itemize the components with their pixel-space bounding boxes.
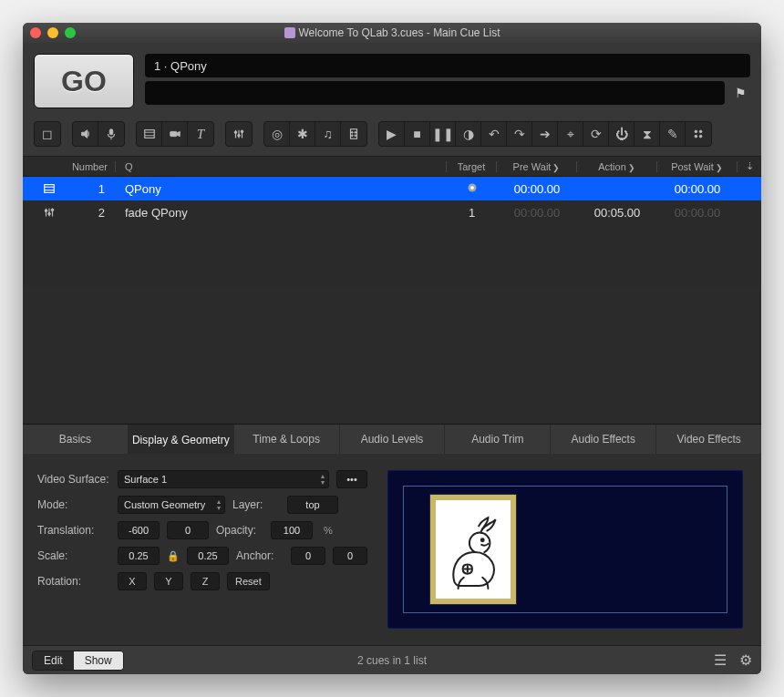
stop-cue-icon[interactable]: ◻ <box>35 122 60 146</box>
svg-rect-1 <box>144 130 154 138</box>
settings-gear-icon[interactable]: ⚙ <box>739 651 752 669</box>
anchor-y-field[interactable]: 0 <box>333 547 367 565</box>
mode-select[interactable]: Custom Geometry▴▾ <box>118 496 225 514</box>
list-view-icon[interactable]: ☰ <box>714 651 727 669</box>
text-cue-icon[interactable]: T <box>188 122 213 146</box>
tab-audio-levels[interactable]: Audio Levels <box>340 425 446 454</box>
svg-point-10 <box>241 130 243 133</box>
standby-cue-label: 1 · QPony <box>145 54 750 77</box>
svg-point-31 <box>481 538 484 541</box>
svg-point-8 <box>234 131 237 134</box>
notes-icon[interactable]: ✎ <box>660 122 686 146</box>
titlebar: Welcome To QLab 3.cues - Main Cue List <box>23 23 761 43</box>
svg-point-18 <box>695 135 697 138</box>
label-translation: Translation: <box>37 524 110 537</box>
cue-postwait: 00:00.00 <box>657 182 738 196</box>
video-surface-select[interactable]: Surface 1▴▾ <box>118 470 329 488</box>
edit-mode-button[interactable]: Edit <box>33 651 74 670</box>
arm-icon[interactable]: ⟳ <box>583 122 609 146</box>
translation-y-field[interactable]: 0 <box>167 521 209 539</box>
reset-button[interactable]: Reset <box>227 572 270 590</box>
zoom-icon[interactable] <box>65 27 76 38</box>
osc-cue-icon[interactable]: ◎ <box>264 122 290 146</box>
video-cue-icon[interactable] <box>137 122 162 146</box>
tab-display-geometry[interactable]: Display & Geometry <box>129 425 234 454</box>
show-mode-button[interactable]: Show <box>74 651 123 670</box>
camera-cue-icon[interactable] <box>162 122 188 146</box>
cue-list[interactable]: 1 QPony 00:00.00 00:00.00 2 fade QPony 1… <box>23 177 761 286</box>
mode-toggle: Edit Show <box>32 651 124 671</box>
tab-video-effects[interactable]: Video Effects <box>656 425 761 454</box>
midi-cue-icon[interactable]: ♫ <box>315 122 341 146</box>
rotation-x-button[interactable]: X <box>118 572 147 590</box>
go-button[interactable]: GO <box>34 54 134 108</box>
label-mode: Mode: <box>37 498 110 511</box>
label-rotation: Rotation: <box>37 575 110 588</box>
video-preview[interactable] <box>387 470 743 629</box>
tab-time-loops[interactable]: Time & Loops <box>234 425 340 454</box>
pause-icon[interactable]: ❚❚ <box>430 122 456 146</box>
tab-audio-trim[interactable]: Audio Trim <box>445 425 551 454</box>
power-icon[interactable]: ⏻ <box>609 122 634 146</box>
wait-icon[interactable]: ⧗ <box>634 122 660 146</box>
tab-basics[interactable]: Basics <box>23 425 129 454</box>
goto-icon[interactable]: ➔ <box>532 122 558 146</box>
label-layer: Layer: <box>232 498 280 511</box>
target-tool-icon[interactable]: ⌖ <box>558 122 583 146</box>
rotation-y-button[interactable]: Y <box>154 572 183 590</box>
speaker-icon[interactable] <box>73 122 98 146</box>
group-icon[interactable] <box>686 122 711 146</box>
scale-y-field[interactable]: 0.25 <box>187 547 229 565</box>
svg-point-30 <box>51 209 54 211</box>
toolbar: ◻ T ◎ ✱ ♫ ▶ ■ ❚❚ ◑ ↶ ↷ ➔ ⌖ ⟳ ⏻ ⧗ <box>23 116 761 157</box>
fade-cue-icon[interactable] <box>226 122 252 146</box>
cue-name: fade QPony <box>116 206 447 220</box>
label-opacity: Opacity: <box>216 524 263 537</box>
cue-row[interactable]: 1 QPony 00:00.00 00:00.00 <box>23 177 761 200</box>
svg-point-28 <box>45 210 47 212</box>
load-icon[interactable]: ◑ <box>456 122 481 146</box>
playhead-icon <box>23 182 37 195</box>
network-cue-icon[interactable]: ✱ <box>290 122 315 146</box>
svg-point-9 <box>238 134 241 137</box>
inspector: Basics Display & Geometry Time & Loops A… <box>23 424 761 645</box>
midi-file-cue-icon[interactable] <box>341 122 366 146</box>
play-icon[interactable]: ▶ <box>379 122 405 146</box>
flag-icon[interactable]: ⚑ <box>730 81 750 105</box>
anchor-x-field[interactable]: 0 <box>291 547 325 565</box>
minimize-icon[interactable] <box>47 27 58 38</box>
col-postwait[interactable]: Post Wait❯ <box>657 161 738 172</box>
col-prewait[interactable]: Pre Wait❯ <box>497 161 577 172</box>
rotation-z-button[interactable]: Z <box>191 572 220 590</box>
reset-fwd-icon[interactable]: ↷ <box>507 122 532 146</box>
cue-row[interactable]: 2 fade QPony 1 00:00.00 00:05.00 00:00.0… <box>23 200 761 224</box>
cue-number: 2 <box>61 206 116 220</box>
col-number[interactable]: Number <box>61 161 116 172</box>
cue-postwait: 00:00.00 <box>657 206 738 220</box>
col-action[interactable]: Action❯ <box>577 161 657 172</box>
cue-list-empty-area[interactable] <box>23 286 761 424</box>
label-surface: Video Surface: <box>37 473 110 486</box>
mic-icon[interactable] <box>98 122 124 146</box>
col-target[interactable]: Target <box>447 161 497 172</box>
tab-audio-effects[interactable]: Audio Effects <box>551 425 656 454</box>
reset-back-icon[interactable]: ↶ <box>481 122 507 146</box>
preview-content[interactable] <box>430 495 516 604</box>
lock-aspect-icon[interactable]: 🔒 <box>167 550 180 562</box>
svg-point-13 <box>355 131 356 133</box>
col-q[interactable]: Q <box>116 161 447 172</box>
svg-rect-20 <box>45 185 55 193</box>
video-cue-type-icon <box>37 182 61 195</box>
svg-point-17 <box>699 130 702 133</box>
col-flag[interactable]: ⇣ <box>738 160 761 172</box>
label-scale: Scale: <box>37 549 110 562</box>
surface-options-button[interactable]: ••• <box>336 470 367 488</box>
layer-field[interactable]: top <box>287 496 338 514</box>
close-icon[interactable] <box>30 27 41 38</box>
scale-x-field[interactable]: 0.25 <box>118 547 160 565</box>
stop-icon[interactable]: ■ <box>405 122 430 146</box>
translation-x-field[interactable]: -600 <box>118 521 160 539</box>
svg-point-14 <box>351 135 353 137</box>
opacity-field[interactable]: 100 <box>271 521 313 539</box>
standby-notes[interactable] <box>145 81 725 105</box>
